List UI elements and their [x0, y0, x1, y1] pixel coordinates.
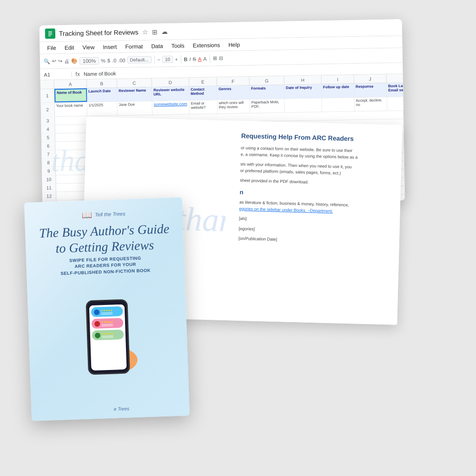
stars-green: ★★★★★ [102, 332, 113, 336]
cell-B2[interactable]: 1/1/2025 [87, 102, 118, 116]
toolbar-sep3 [209, 54, 210, 63]
svg-rect-4 [48, 35, 51, 36]
para-1: or using a contact form on their website… [241, 145, 389, 161]
cell-F2[interactable]: which ones will they review [218, 99, 250, 113]
col-C-header: C [117, 79, 152, 87]
section-n: n [239, 187, 387, 200]
formula-content: Name of Book [84, 70, 116, 76]
thankyou-heading: Requesting Help From ARC Readers [241, 132, 389, 143]
toolbar-undo-icon[interactable]: ↩ [52, 58, 56, 64]
toolbar-percent-icon[interactable]: % [101, 58, 106, 63]
col-E-header: E [189, 77, 217, 86]
col-G-header: G [250, 76, 284, 85]
cell-F1[interactable]: Genres [217, 86, 250, 99]
menu-insert[interactable]: Insert [99, 42, 120, 51]
toolbar-decimal2-icon[interactable]: .00 [118, 57, 126, 63]
cell-E2[interactable]: Email or website? [190, 100, 218, 114]
font-color-button[interactable]: A [198, 56, 202, 61]
cell-A1[interactable]: Name of Book [54, 88, 87, 102]
svg-rect-1 [48, 31, 52, 32]
row-num-5: 5 [41, 133, 55, 142]
line4 [101, 325, 113, 327]
bold-button[interactable]: B [184, 56, 187, 62]
menu-help[interactable]: Help [225, 40, 244, 49]
line6 [102, 337, 113, 338]
font-size[interactable]: 10 [162, 56, 173, 63]
cell-K1[interactable]: Book Launch Date Email sent? [387, 82, 405, 97]
cell-H2[interactable] [284, 98, 322, 112]
cell-I1[interactable]: Follow up date [322, 84, 354, 98]
col-F-header: F [217, 77, 250, 86]
col-K-header: K [387, 74, 405, 83]
menu-view[interactable]: View [79, 43, 98, 52]
logo-text: Tell the Trees [95, 211, 126, 217]
toolbar-format-label[interactable]: Default... [127, 56, 151, 64]
chat-bubble-pink: ★★★★★ [92, 318, 124, 329]
menu-data[interactable]: Data [147, 42, 167, 51]
sheets-title: Tracking Sheet for Reviews [59, 28, 139, 37]
strikethrough-button[interactable]: S [192, 56, 196, 61]
para-4: as literature & fiction, business & mone… [239, 199, 387, 216]
highlight-button[interactable]: A [203, 56, 207, 61]
toolbar-paint-icon[interactable]: 🎨 [71, 58, 78, 64]
row-num-6: 6 [41, 142, 55, 150]
book-title-line1: The Busy Author's Guide to Getting Revie… [36, 221, 173, 257]
cell-G2[interactable]: Paperback Mobi, PDF, [250, 99, 285, 113]
menu-file[interactable]: File [43, 44, 60, 53]
book-brand: e Trees [42, 403, 190, 414]
avatar-green [95, 332, 100, 338]
row-num-10: 10 [42, 175, 56, 184]
cell-J2[interactable]: Accept, decline, no [354, 97, 387, 111]
italic-button[interactable]: I [189, 56, 191, 62]
toolbar-zoom[interactable]: 100% [79, 57, 99, 65]
row-num-3: 3 [41, 117, 55, 125]
cell-E1[interactable]: Contact Method [189, 86, 217, 100]
star-icon: ☆ [142, 28, 148, 35]
thankyou-body: or using a contact form on their website… [238, 145, 389, 246]
row-num-9: 9 [42, 167, 56, 175]
menu-extensions[interactable]: Extensions [189, 40, 224, 49]
toolbar-plus-icon[interactable]: + [175, 56, 178, 62]
avatar-blue [94, 309, 99, 315]
toolbar-search-icon[interactable]: 🔍 [44, 58, 50, 64]
toolbar-minus-icon[interactable]: − [157, 57, 160, 62]
cell-C1[interactable]: Reviewer Name [117, 87, 152, 101]
toolbar-redo-icon[interactable]: ↪ [58, 58, 62, 64]
cell-reference[interactable]: A1 [44, 71, 72, 77]
logo-icon: 📖 [82, 210, 93, 220]
cell-D1[interactable]: Reviewer website URL [152, 86, 189, 100]
toolbar-sep2 [180, 55, 181, 63]
svg-rect-2 [48, 33, 52, 33]
book-cover: 📖 Tell the Trees The Busy Author's Guide… [24, 197, 190, 421]
cell-D2[interactable]: somewebsite.com [152, 100, 190, 114]
col-J-header: J [354, 74, 387, 83]
borders-button[interactable]: ⊞ [212, 55, 217, 61]
line2 [101, 314, 112, 315]
menu-edit[interactable]: Edit [61, 43, 78, 52]
row-num-11: 11 [42, 184, 56, 192]
phone-illustration: ★★★★★ ★★★★★ [64, 280, 151, 376]
menu-format[interactable]: Format [121, 42, 146, 51]
cell-B1[interactable]: Launch Date [87, 88, 117, 102]
toolbar-decimal-icon[interactable]: .0 [112, 57, 116, 63]
merge-button[interactable]: ⊟ [218, 55, 223, 61]
cell-A2[interactable]: Your book name [55, 102, 87, 116]
svg-rect-3 [48, 34, 52, 35]
cell-C2[interactable]: Jane Doe [118, 101, 152, 115]
cell-H1[interactable]: Date of Inquiry [284, 84, 322, 98]
stars-pink: ★★★★★ [101, 320, 113, 324]
cell-K2[interactable] [387, 96, 405, 111]
col-H-header: H [284, 75, 322, 84]
cell-J1[interactable]: Response [354, 83, 387, 97]
menu-tools[interactable]: Tools [168, 41, 188, 50]
col-I-header: I [322, 75, 354, 84]
toolbar-print-icon[interactable]: 🖨 [64, 58, 69, 64]
grid-icon: ⊞ [152, 28, 157, 35]
cell-G1[interactable]: Formats [250, 85, 284, 99]
row-num-1: 1 [40, 89, 55, 103]
cell-I2[interactable] [322, 98, 354, 112]
toolbar-dollar-icon[interactable]: $ [107, 58, 110, 63]
row-num-2: 2 [41, 103, 55, 117]
row-num-12: 12 [42, 192, 56, 200]
para-7: [on/Publication Date] [238, 236, 386, 246]
